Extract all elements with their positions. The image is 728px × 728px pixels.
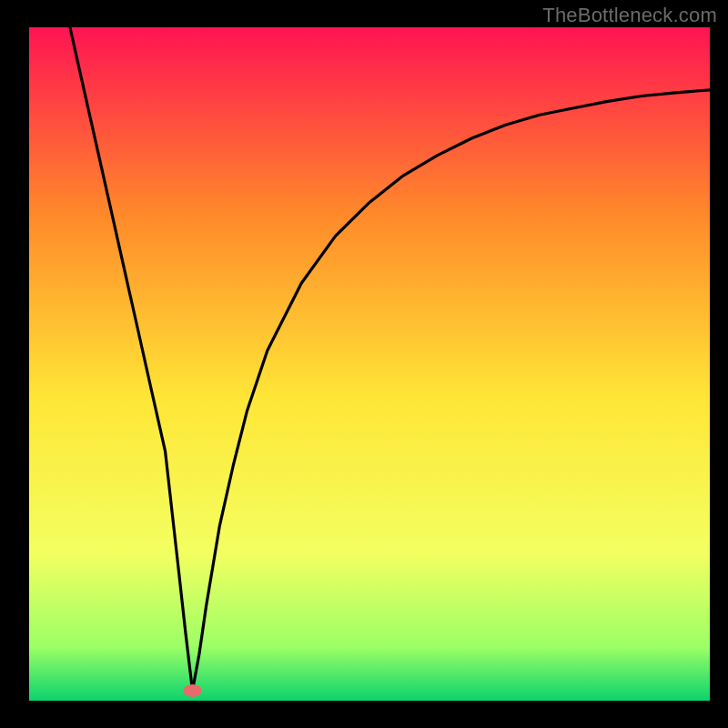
chart-container: { "watermark": "TheBottleneck.com", "cha… — [0, 0, 728, 728]
bottleneck-chart — [0, 0, 728, 728]
min-marker-icon — [184, 684, 202, 697]
plot-background — [29, 27, 710, 701]
watermark-text: TheBottleneck.com — [542, 4, 717, 27]
